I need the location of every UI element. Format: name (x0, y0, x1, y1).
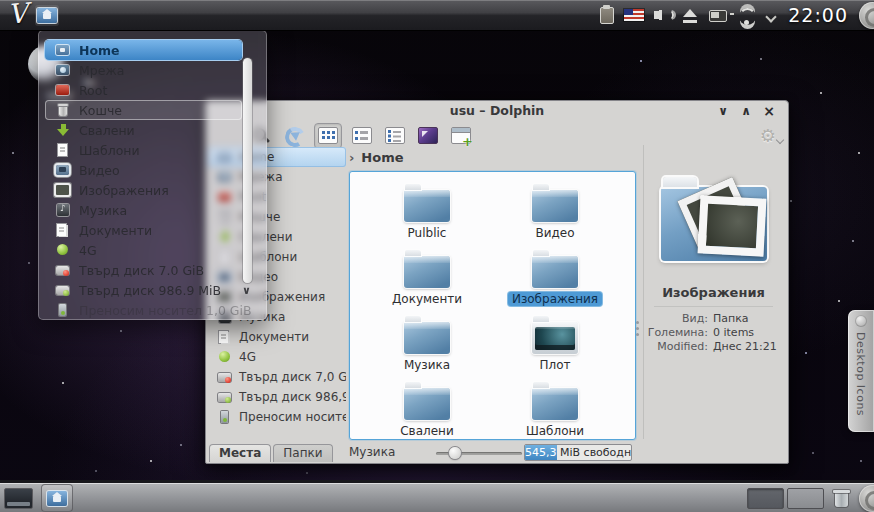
photo-frame-icon (697, 195, 766, 256)
places-popup-item[interactable]: Изображения (45, 180, 242, 200)
info-separator (654, 306, 773, 307)
root-place-icon (55, 83, 71, 97)
folder-icon (532, 256, 578, 288)
removable-place-icon (217, 410, 233, 424)
wifi-icon[interactable] (736, 4, 758, 26)
popup-place-label: Преносим носител 1,0 GiB (79, 303, 252, 318)
places-popup-item[interactable]: Твърд диск 7.0 GiB (45, 260, 242, 280)
new-folder-icon (451, 127, 471, 144)
popup-place-label: Твърд диск 7.0 GiB (79, 263, 204, 278)
popup-place-label: Home (79, 43, 120, 58)
show-desktop-icon[interactable] (4, 488, 33, 509)
removable-place-icon (55, 303, 71, 317)
folder-view: Pulblic Видео Документи Изображения Музи… (349, 171, 636, 440)
breadcrumb-location[interactable]: Home (361, 150, 403, 165)
toolbar-button[interactable] (448, 124, 474, 148)
battery-icon[interactable] (708, 4, 729, 26)
info-row-label: Големина: (644, 326, 708, 340)
clock[interactable]: 22:00 (788, 4, 848, 26)
places-popup-item[interactable]: Видео (45, 160, 242, 180)
folder-item[interactable]: Изображения (491, 243, 619, 309)
toolbar-button[interactable] (281, 124, 307, 148)
info-rows: Вид: Папка Големина: 0 items Modified: Д… (644, 312, 783, 354)
sidebar-place-item[interactable]: 4G (208, 347, 346, 367)
places-popup-item[interactable]: Мрежа (45, 60, 242, 80)
sidebar-place-item[interactable]: Твърд диск 986,9 ... (208, 387, 346, 407)
folder-icon (404, 322, 450, 354)
breadcrumb[interactable]: › Home (349, 150, 404, 165)
info-row-value: Днес 21:21 (713, 340, 777, 354)
toolbar-button[interactable] (349, 124, 375, 148)
popup-place-label: Шаблони (79, 143, 140, 158)
places-popup-item[interactable]: Музика (45, 200, 242, 220)
disk-red-place-icon (55, 263, 71, 277)
toolbar-button[interactable] (382, 124, 408, 148)
window-title: usu – Dolphin (450, 103, 544, 118)
places-popup-item[interactable]: Кошче (45, 100, 242, 120)
window-titlebar[interactable]: usu – Dolphin (206, 101, 788, 121)
file-manager-task-button[interactable] (41, 484, 73, 512)
folder-label: Свалени (396, 424, 458, 438)
clipboard-icon[interactable] (596, 4, 617, 26)
popup-place-label: Изображения (79, 183, 169, 198)
places-popup-item[interactable]: Шаблони (45, 140, 242, 160)
popup-place-label: Root (79, 83, 107, 98)
places-popup-item[interactable]: Преносим носител 1,0 GiB (45, 300, 242, 320)
places-popup-item[interactable]: 4G (45, 240, 242, 260)
folder-item[interactable]: Плот (491, 309, 619, 375)
distro-logo-icon[interactable]: V (7, 0, 29, 30)
icons-view-icon (318, 127, 338, 144)
toolbar-button[interactable] (415, 124, 441, 148)
virtual-desktop-1-button[interactable] (747, 488, 784, 509)
desktop-icons-handle[interactable]: Desktop Icons (848, 310, 874, 432)
panel-splitter-handle[interactable] (636, 321, 639, 324)
info-row: Modified: Днес 21:21 (644, 340, 783, 354)
disk-green-place-icon (217, 390, 233, 404)
folder-grid: Pulblic Видео Документи Изображения Музи… (363, 177, 619, 441)
trash-icon[interactable] (834, 489, 849, 507)
settings-gear-icon[interactable]: ⚙ (760, 125, 776, 146)
keyboard-layout-us-flag-icon[interactable] (624, 4, 645, 26)
compact-view-icon (352, 127, 372, 144)
minimize-button[interactable]: ∨ (714, 103, 732, 119)
scroll-down-chevron-icon[interactable]: ∨ (242, 284, 251, 297)
places-popup-item[interactable]: Свалени (45, 120, 242, 140)
popup-scrollbar[interactable] (243, 58, 252, 283)
places-popup: Home Мрежа Root Кошче Свалени Шаблони (38, 30, 267, 320)
panel-tab[interactable]: Папки (273, 444, 332, 462)
plasma-toolbox-icon[interactable] (859, 485, 874, 512)
folder-item[interactable]: Музика (363, 309, 491, 375)
virtual-desktop-2-button[interactable] (787, 488, 824, 509)
close-button[interactable]: × (760, 103, 778, 119)
eject-icon[interactable] (680, 4, 701, 26)
handle-orb-icon (855, 315, 867, 327)
zoom-slider[interactable] (436, 452, 522, 455)
trash-place-icon (55, 103, 71, 117)
file-manager-launcher[interactable] (35, 5, 59, 26)
documents-place-icon (55, 223, 71, 237)
places-popup-item[interactable]: Документи (45, 220, 242, 240)
places-popup-item[interactable]: Root (45, 80, 242, 100)
sidebar-place-item[interactable]: Преносим носител ... (208, 407, 346, 427)
folder-item[interactable]: Видео (491, 177, 619, 243)
folder-icon (532, 322, 578, 354)
virtual-desktop-pager (747, 488, 824, 509)
places-popup-item[interactable]: Home (45, 40, 242, 60)
sidebar-place-item[interactable]: Документи (208, 327, 346, 347)
toolbar-button[interactable] (314, 123, 342, 149)
folder-item[interactable]: Шаблони (491, 375, 619, 441)
folder-item[interactable]: Pulblic (363, 177, 491, 243)
volume-icon[interactable] (652, 4, 673, 26)
status-item-label: Музика (349, 445, 395, 459)
folder-item[interactable]: Свалени (363, 375, 491, 441)
panel-tab[interactable]: Места (209, 444, 271, 462)
tray-expander-chevron-icon[interactable] (765, 4, 777, 26)
places-popup-item[interactable]: Твърд диск 986.9 MiB (45, 280, 242, 300)
desktop-root: In USU usu – Dolphin ∨ ∧ × (0, 0, 874, 512)
folder-icon (404, 190, 450, 222)
folder-item[interactable]: Документи (363, 243, 491, 309)
maximize-button[interactable]: ∧ (737, 103, 755, 119)
zoom-slider-handle[interactable] (449, 447, 461, 459)
popup-place-label: Свалени (79, 123, 135, 138)
sidebar-place-item[interactable]: Твърд диск 7,0 GiB (208, 367, 346, 387)
